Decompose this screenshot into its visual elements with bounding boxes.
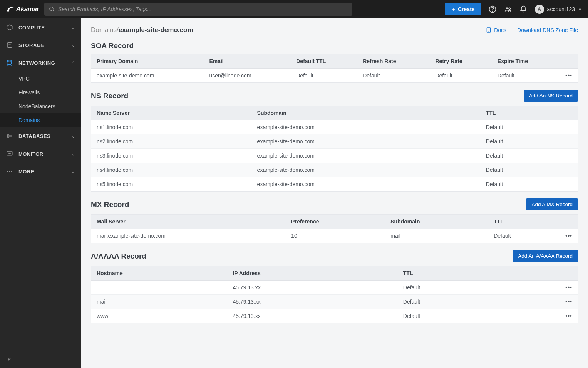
svg-point-21 — [8, 137, 9, 138]
chevron-down-icon: ⌄ — [72, 170, 75, 174]
breadcrumb-row: Domains / example-site-demo.com Docs Dow… — [81, 18, 588, 39]
sidebar-group-storage[interactable]: STORAGE ⌄ — [0, 36, 81, 54]
sidebar-group-more[interactable]: MORE ⌄ — [0, 163, 81, 180]
mx-table: Mail Server Preference Subdomain TTL mai… — [91, 214, 578, 243]
bell-icon[interactable] — [519, 5, 527, 13]
docs-link[interactable]: Docs — [486, 27, 506, 33]
chevron-up-icon: ⌃ — [72, 61, 75, 65]
svg-line-1 — [53, 10, 54, 12]
svg-rect-19 — [7, 136, 12, 138]
top-bar: Akamai Create A account123 — [0, 0, 588, 18]
sidebar-label: NETWORKING — [18, 60, 55, 66]
col-header: Expire Time — [492, 54, 560, 69]
col-header: Retry Rate — [430, 54, 492, 69]
section-title: NS Record — [91, 92, 128, 100]
svg-point-20 — [8, 135, 9, 135]
sidebar-group-compute[interactable]: COMPUTE ⌄ — [0, 18, 81, 36]
account-menu[interactable]: A account123 — [535, 5, 582, 14]
table-row: ns3.linode.comexample-site-demo.comDefau… — [91, 149, 578, 163]
col-header: Default TTL — [291, 54, 357, 69]
svg-rect-18 — [7, 134, 12, 136]
help-icon[interactable] — [489, 5, 496, 13]
search-icon — [49, 6, 55, 12]
soa-table: Primary Domain Email Default TTL Refresh… — [91, 54, 578, 83]
monitor-icon — [6, 150, 13, 157]
col-header: Primary Domain — [91, 54, 204, 69]
create-label: Create — [458, 6, 475, 12]
sidebar: COMPUTE ⌄ STORAGE ⌄ NETWORKING ⌃ VPC Fir… — [0, 18, 81, 368]
add-mx-button[interactable]: Add A MX Record — [526, 198, 578, 210]
search-input[interactable] — [58, 6, 348, 12]
section-title: SOA Record — [91, 42, 134, 50]
add-a-button[interactable]: Add An A/AAAA Record — [513, 250, 578, 262]
svg-marker-8 — [7, 25, 12, 30]
chevron-down-icon: ⌄ — [72, 152, 75, 156]
section-a: A/AAAA Record Add An A/AAAA Record Hostn… — [81, 247, 588, 327]
plus-icon — [451, 7, 456, 12]
table-row: ns2.linode.comexample-site-demo.comDefau… — [91, 134, 578, 149]
add-ns-button[interactable]: Add An NS Record — [524, 90, 578, 102]
doc-icon — [486, 27, 492, 33]
row-menu[interactable]: ••• — [560, 295, 578, 309]
sidebar-label: COMPUTE — [18, 25, 45, 30]
sidebar-label: MORE — [18, 169, 34, 175]
row-menu[interactable]: ••• — [560, 69, 578, 83]
table-row: ns1.linode.comexample-site-demo.comDefau… — [91, 120, 578, 134]
col-header: Subdomain — [385, 215, 488, 229]
svg-point-5 — [492, 11, 493, 12]
col-header: IP Address — [227, 266, 397, 281]
sidebar-group-databases[interactable]: DATABASES ⌄ — [0, 127, 81, 145]
sidebar-group-monitor[interactable]: MONITOR ⌄ — [0, 145, 81, 163]
col-header: Refresh Rate — [357, 54, 430, 69]
col-header: TTL — [481, 106, 578, 120]
table-row: ns4.linode.comexample-site-demo.comDefau… — [91, 163, 578, 177]
svg-point-6 — [506, 7, 508, 9]
chevron-down-icon: ⌄ — [72, 25, 75, 30]
sidebar-label: DATABASES — [18, 133, 50, 139]
svg-point-0 — [50, 7, 53, 10]
svg-point-23 — [7, 171, 8, 172]
table-row: example-site-demo.com user@linode.com De… — [91, 69, 578, 83]
sidebar-item-domains[interactable]: Domains — [0, 113, 81, 127]
row-menu[interactable]: ••• — [560, 281, 578, 295]
search-wrap[interactable] — [44, 3, 352, 16]
col-header: Hostname — [91, 266, 228, 281]
svg-point-12 — [7, 64, 8, 65]
row-menu[interactable]: ••• — [560, 309, 578, 323]
create-button[interactable]: Create — [445, 3, 481, 15]
chevron-down-icon: ⌄ — [72, 134, 75, 138]
col-header: TTL — [398, 266, 560, 281]
svg-point-11 — [11, 60, 12, 62]
section-ns: NS Record Add An NS Record Name Server S… — [81, 87, 588, 195]
chevron-down-icon — [578, 7, 582, 11]
table-row: mail45.79.13.xxDefault••• — [91, 295, 578, 309]
sidebar-pin[interactable] — [0, 352, 81, 368]
col-header: Mail Server — [91, 215, 286, 229]
sidebar-item-firewalls[interactable]: Firewalls — [0, 86, 81, 99]
section-title: A/AAAA Record — [91, 252, 146, 260]
sidebar-label: STORAGE — [18, 42, 45, 48]
top-right: Create A account123 — [445, 3, 582, 15]
swoosh-icon — [6, 5, 15, 13]
section-mx: MX Record Add A MX Record Mail Server Pr… — [81, 195, 588, 247]
page-links: Docs Download DNS Zone File — [486, 27, 578, 33]
row-menu[interactable]: ••• — [560, 229, 578, 243]
download-zone-link[interactable]: Download DNS Zone File — [517, 27, 578, 33]
breadcrumb-root[interactable]: Domains — [91, 26, 117, 34]
table-row: ns5.linode.comexample-site-demo.comDefau… — [91, 177, 578, 192]
account-name: account123 — [547, 6, 575, 12]
logo-text: Akamai — [16, 5, 38, 13]
logo[interactable]: Akamai — [6, 5, 38, 13]
svg-point-10 — [7, 60, 8, 62]
sidebar-group-networking[interactable]: NETWORKING ⌃ — [0, 54, 81, 72]
col-header: TTL — [488, 215, 560, 229]
ns-table: Name Server Subdomain TTL ns1.linode.com… — [91, 106, 578, 192]
col-header: Preference — [286, 215, 385, 229]
col-header: Name Server — [91, 106, 252, 120]
community-icon[interactable] — [504, 5, 512, 13]
storage-icon — [6, 42, 13, 49]
sidebar-item-nodebalancers[interactable]: NodeBalancers — [0, 99, 81, 113]
svg-point-9 — [7, 42, 12, 44]
main-content: Domains / example-site-demo.com Docs Dow… — [81, 18, 588, 368]
sidebar-item-vpc[interactable]: VPC — [0, 72, 81, 86]
